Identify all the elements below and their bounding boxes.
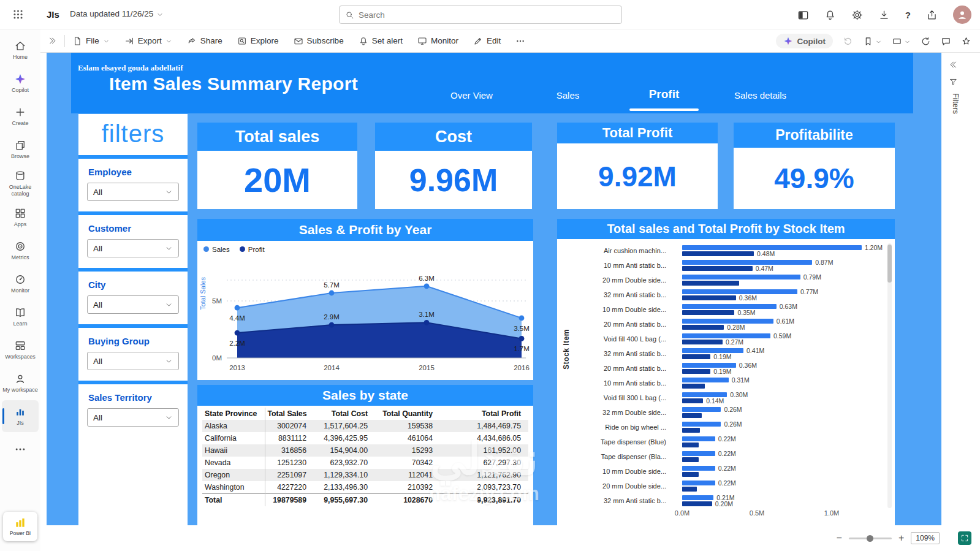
tab-profit[interactable]: Profit	[616, 88, 712, 104]
filters-funnel-icon[interactable]	[949, 77, 958, 86]
sidebar-item-create[interactable]: Create	[2, 101, 39, 132]
sidebar-item-more[interactable]	[2, 433, 39, 465]
sidebar-item-apps[interactable]: Apps	[2, 202, 39, 234]
data-updated-dropdown[interactable]: Data updated 11/26/25	[70, 9, 164, 18]
zoom-controls: − + 109%	[837, 525, 940, 551]
chevron-down-icon	[165, 301, 173, 309]
more-options-button[interactable]	[515, 36, 525, 46]
settings-gear-icon[interactable]	[851, 9, 863, 21]
tab-sales[interactable]: Sales	[520, 88, 616, 104]
filter-dropdown-buying-group[interactable]: All	[87, 352, 179, 370]
kpi-card-cost: Cost9.96M	[375, 123, 532, 209]
total-cell: 19879589	[265, 494, 314, 507]
export-menu[interactable]: Export	[124, 36, 172, 46]
legend-profit[interactable]: Profit	[240, 246, 265, 253]
search-input[interactable]	[359, 10, 616, 20]
sidebar-item-jis[interactable]: JIs	[2, 400, 39, 432]
chevron-down-icon	[165, 414, 173, 422]
sidebar-item-workspaces[interactable]: Workspaces	[2, 334, 39, 366]
sidebar-item-my-workspace[interactable]: My workspace	[2, 367, 39, 399]
tab-sales-details[interactable]: Sales details	[712, 88, 808, 104]
zoom-out-button[interactable]: −	[837, 533, 842, 543]
profit-bar	[682, 369, 710, 374]
sales-value-label: 0.87M	[815, 259, 833, 265]
kpi-label: Total Profit	[557, 123, 718, 143]
feedback-share-icon[interactable]	[926, 9, 938, 21]
subscribe-label: Subscribe	[307, 36, 344, 45]
monitor-button[interactable]: Monitor	[417, 36, 458, 46]
sidebar-item-browse[interactable]: Browse	[2, 134, 39, 165]
filter-dropdown-city[interactable]: All	[87, 295, 179, 314]
sales-value-label: 0.59M	[773, 333, 791, 339]
fit-to-page-icon[interactable]	[958, 531, 971, 545]
sidebar-item-monitor[interactable]: Monitor	[2, 268, 39, 300]
legend-sales[interactable]: Sales	[203, 246, 230, 253]
filter-value: All	[93, 413, 102, 422]
zoom-level[interactable]: 109%	[911, 532, 940, 544]
expand-pane-icon[interactable]	[949, 60, 958, 69]
favorite-star-icon[interactable]	[961, 36, 971, 47]
profit-bar	[682, 251, 754, 256]
reset-icon[interactable]	[843, 36, 853, 47]
scrollbar-track[interactable]	[887, 243, 892, 508]
search-icon	[345, 10, 354, 20]
filter-dropdown-employee[interactable]: All	[87, 183, 179, 201]
waffle-menu-icon[interactable]	[12, 9, 24, 20]
sidebar-item-copilot[interactable]: Copilot	[2, 67, 39, 99]
avatar[interactable]	[953, 6, 971, 24]
stock-label: 10 mm Anti static b...	[557, 258, 671, 273]
sidebar-item-label: Home	[13, 54, 28, 61]
help-icon[interactable]: ?	[905, 10, 911, 20]
edit-button[interactable]: Edit	[473, 36, 501, 46]
sidebar-item-metrics[interactable]: Metrics	[2, 235, 39, 267]
bookmark-menu[interactable]	[863, 36, 882, 47]
sidebar-items: HomeCopilotCreateBrowseOneLake catalogAp…	[0, 34, 40, 466]
filters-divider	[78, 211, 188, 215]
cell: 4,396,425.95	[314, 432, 375, 444]
scrollbar-thumb[interactable]	[887, 245, 892, 283]
total-cell: 9,923,891.70	[440, 494, 528, 507]
cell: 1,129,334.10	[314, 469, 375, 481]
zoom-slider-thumb[interactable]	[867, 535, 873, 542]
side-panel-toggle-icon[interactable]	[797, 9, 809, 21]
profit-value-label: 0.28M	[727, 324, 745, 330]
topbar-icons: ?	[797, 0, 971, 29]
sidebar-item-learn[interactable]: Learn	[2, 301, 39, 333]
sales-value-label: 0.30M	[730, 392, 748, 398]
sales-bar	[682, 495, 713, 500]
filters-pane-label[interactable]: Filters	[951, 93, 960, 114]
view-menu[interactable]	[892, 36, 911, 47]
svg-text:4.4M: 4.4M	[229, 314, 245, 322]
zoom-in-button[interactable]: +	[898, 533, 904, 543]
file-menu[interactable]: File	[72, 36, 110, 46]
table-row: Hawaii316856154,904.0015293161,952.00	[202, 444, 528, 457]
zoom-slider[interactable]	[849, 538, 892, 539]
profit-bar	[682, 472, 699, 477]
copilot-button[interactable]: Copilot	[776, 34, 834, 48]
profit-bar	[682, 281, 739, 286]
refresh-icon[interactable]	[921, 36, 931, 47]
explore-button[interactable]: Explore	[237, 36, 279, 46]
download-icon[interactable]	[878, 9, 890, 21]
powerbi-badge[interactable]: Power BI	[3, 512, 37, 541]
set-alert-button[interactable]: Set alert	[359, 36, 403, 46]
profit-bar	[682, 413, 702, 418]
filter-dropdown-customer[interactable]: All	[87, 239, 179, 257]
comment-icon[interactable]	[941, 36, 951, 47]
filter-dropdown-sales-territory[interactable]: All	[87, 408, 179, 427]
share-button[interactable]: Share	[187, 36, 222, 46]
filters-divider	[78, 324, 188, 328]
sidebar-item-label: Create	[12, 120, 28, 127]
sidebar-item-home[interactable]: Home	[2, 34, 39, 66]
subscribe-button[interactable]: Subscribe	[294, 36, 344, 46]
sales-value-label: 0.61M	[777, 318, 794, 324]
sales-bar	[682, 422, 721, 427]
create-icon	[14, 106, 26, 118]
expand-nav-icon[interactable]	[48, 36, 57, 45]
sidebar-item-onelake-catalog[interactable]: OneLake catalog	[2, 167, 39, 200]
notifications-bell-icon[interactable]	[824, 9, 836, 21]
svg-text:5.7M: 5.7M	[324, 281, 340, 289]
tab-over-view[interactable]: Over View	[424, 88, 520, 104]
profit-bar	[682, 384, 705, 389]
sales-value-label: 1.20M	[865, 245, 883, 251]
